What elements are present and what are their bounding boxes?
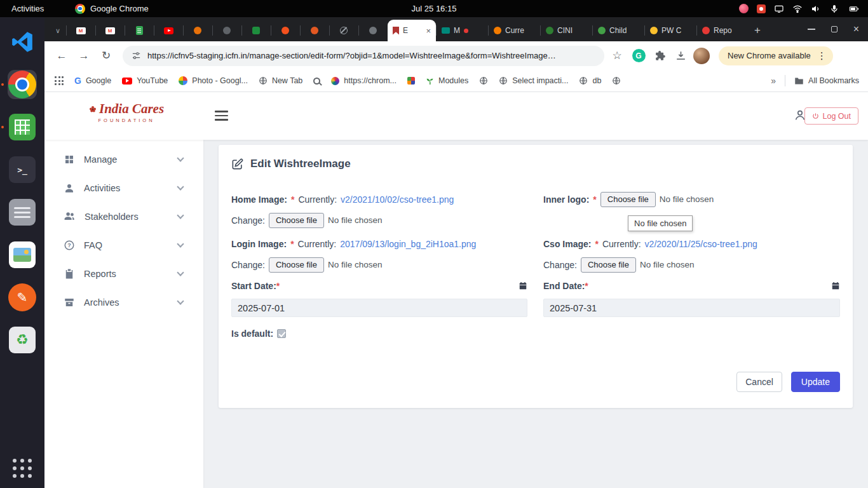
tab-repo[interactable]: Repo (696, 20, 749, 41)
home-image-choose-file-button[interactable]: Choose file (269, 213, 324, 228)
tab-orange-site[interactable] (183, 20, 212, 41)
calendar-icon[interactable] (519, 281, 527, 290)
tab-meet[interactable]: M (436, 20, 488, 41)
focused-app-indicator[interactable]: Google Chrome (75, 4, 149, 14)
cso-image-row: Cso Image:* Currently: v2/2020/11/25/cso… (543, 239, 757, 249)
url-text[interactable]: https://icfnv5-staging.icfn.in/manage-se… (147, 51, 556, 60)
chrome-update-pill[interactable]: New Chrome available ⋮ (719, 46, 833, 65)
dock-item-pen-app[interactable]: ✎ (8, 283, 37, 312)
tab-youtube[interactable] (154, 20, 183, 41)
bookmark-modules[interactable]: Modules (426, 76, 468, 85)
tab-deep-orange-site[interactable] (271, 20, 300, 41)
tab-curre[interactable]: Curre (488, 20, 540, 41)
tab-gmail-2[interactable] (95, 20, 125, 41)
edit-icon (231, 158, 243, 170)
tab-search-button[interactable]: ∨ (50, 20, 66, 41)
is-default-row: Is default: (231, 329, 286, 339)
tab-dark-site-2[interactable] (358, 20, 388, 41)
bookmark-star-icon[interactable]: ☆ (607, 46, 627, 65)
browser-menu-icon[interactable]: ⋮ (817, 50, 827, 62)
activities-button[interactable]: Activities (11, 4, 44, 13)
recorder-icon[interactable] (739, 4, 749, 13)
minimize-button[interactable] (808, 29, 815, 30)
show-applications-button[interactable] (13, 459, 32, 478)
site-logo[interactable]: India Cares FOUNDATION (89, 101, 164, 123)
battery-icon[interactable] (848, 4, 860, 14)
extensions-puzzle-icon[interactable] (651, 47, 668, 65)
cso-image-choose-file-button[interactable]: Choose file (581, 257, 636, 273)
sidebar-item-manage[interactable]: Manage (44, 145, 203, 173)
tab-dark-site[interactable] (212, 20, 241, 41)
apps-grid-icon[interactable] (55, 76, 64, 85)
calendar-icon[interactable] (831, 281, 840, 290)
home-image-current-link[interactable]: v2/2021/10/02/cso-tree1.png (341, 194, 454, 205)
bookmark-search[interactable] (313, 78, 320, 85)
all-bookmarks-button[interactable]: All Bookmarks (794, 76, 859, 85)
bookmark-new-tab[interactable]: New Tab (259, 76, 302, 85)
bookmark-select-impact[interactable]: Select impacti... (499, 76, 568, 85)
inner-logo-choose-file-button[interactable]: Choose file (600, 192, 656, 207)
sidebar-item-stakeholders[interactable]: Stakeholders (44, 202, 203, 231)
site-info-icon[interactable] (132, 51, 141, 60)
sidebar-item-faq[interactable]: ? FAQ (44, 231, 203, 259)
clock[interactable]: Jul 25 16:15 (412, 4, 457, 13)
hamburger-menu-icon[interactable] (215, 111, 228, 121)
tab-child[interactable]: Child (592, 20, 644, 41)
chrome-icon (75, 4, 85, 14)
dock-item-remote-app[interactable] (8, 198, 37, 227)
bookmark-globe-1[interactable] (479, 76, 488, 85)
sidebar-item-archives[interactable]: Archives (44, 288, 203, 316)
sidebar-item-activities[interactable]: Activities (44, 173, 203, 202)
maximize-button[interactable] (831, 26, 837, 32)
bookmark-chrome-link[interactable]: https://chrom... (331, 76, 397, 85)
power-icon (812, 112, 819, 119)
network-icon[interactable] (792, 4, 803, 14)
bookmark-globe-2[interactable] (612, 76, 621, 85)
is-default-checkbox[interactable] (277, 329, 286, 338)
tab-pw[interactable]: PW C (644, 20, 696, 41)
bookmark-google[interactable]: GGoogle (74, 76, 111, 86)
cso-image-current-link[interactable]: v2/2020/11/25/cso-tree1.png (645, 239, 757, 249)
end-date-input[interactable] (543, 299, 840, 317)
bookmarks-overflow-button[interactable]: » (771, 76, 776, 86)
bookmark-db[interactable]: db (579, 76, 601, 85)
dock-item-terminal[interactable]: >_ (8, 155, 37, 184)
bookmark-pixel[interactable] (407, 77, 415, 85)
profile-avatar[interactable] (693, 47, 710, 65)
downloads-icon[interactable] (672, 47, 689, 65)
close-window-button[interactable]: × (853, 24, 859, 34)
screenshot-icon[interactable] (757, 4, 766, 13)
reload-button[interactable]: ↻ (97, 46, 116, 65)
tab-blocked-site[interactable] (329, 20, 358, 41)
volume-icon[interactable] (811, 4, 821, 14)
system-tray[interactable] (739, 4, 860, 14)
dock-item-image-viewer[interactable] (8, 240, 37, 269)
bookmark-youtube[interactable]: YouTube (122, 76, 168, 85)
dock-item-chrome[interactable] (8, 70, 37, 99)
forward-button[interactable]: → (74, 46, 93, 65)
tab-crab-site[interactable] (300, 20, 329, 41)
login-image-current-link[interactable]: 2017/09/13/login_bg_2iH1oa1.png (340, 239, 476, 249)
tab-green-site[interactable] (241, 20, 271, 41)
active-tab[interactable]: E × (388, 20, 436, 41)
tab-gmail-1[interactable] (66, 20, 95, 41)
sidebar-item-reports[interactable]: Reports (44, 259, 203, 288)
update-button[interactable]: Update (791, 372, 840, 392)
grammarly-extension-icon[interactable]: G (630, 47, 648, 65)
login-image-choose-file-button[interactable]: Choose file (269, 257, 324, 273)
cancel-button[interactable]: Cancel (736, 372, 782, 392)
logout-button[interactable]: Log Out (804, 107, 858, 125)
dock-item-spreadsheet[interactable] (8, 112, 37, 142)
dock-item-vscode[interactable] (8, 27, 37, 57)
close-tab-icon[interactable]: × (426, 27, 431, 35)
microphone-icon[interactable] (829, 4, 839, 14)
start-date-input[interactable] (231, 299, 527, 317)
address-bar[interactable]: https://icfnv5-staging.icfn.in/manage-se… (123, 46, 604, 66)
tab-cini[interactable]: CINI (540, 20, 592, 41)
back-button[interactable]: ← (52, 46, 71, 65)
display-cast-icon[interactable] (774, 4, 784, 14)
bookmark-photos[interactable]: Photo - Googl... (179, 76, 248, 85)
dock-item-sync-app[interactable]: ♻ (8, 325, 37, 355)
tab-sheets[interactable] (125, 20, 154, 41)
new-tab-button[interactable]: + (749, 20, 766, 41)
